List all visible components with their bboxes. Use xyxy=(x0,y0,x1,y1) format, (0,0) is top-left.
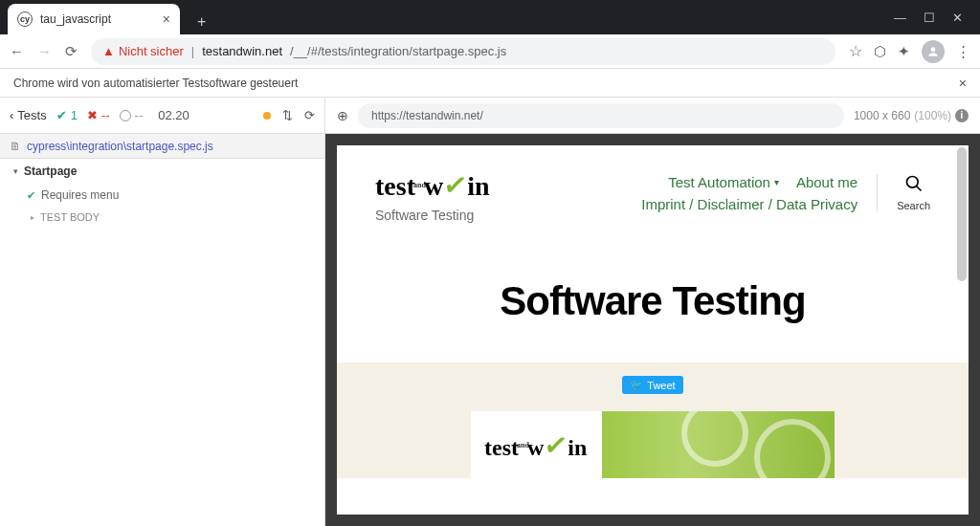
updown-arrows-icon[interactable]: ⇅ xyxy=(282,108,293,122)
tweet-button[interactable]: 🐦 Tweet xyxy=(622,376,682,394)
info-icon: i xyxy=(955,109,969,122)
tab-title: tau_javascript xyxy=(40,12,155,26)
svg-point-0 xyxy=(931,47,936,52)
reload-icon[interactable]: ⟳ xyxy=(65,43,78,60)
new-tab-button[interactable]: + xyxy=(189,10,213,34)
check-logo-icon: ✓ xyxy=(542,427,570,463)
aut-viewport: test and w ✓ in Software Testing T xyxy=(325,134,980,526)
test-title: Requires menu xyxy=(41,188,119,202)
toolbar-right: ☆ ⬡ ✦ ⋮ xyxy=(849,40,970,63)
gear-icon xyxy=(681,411,748,467)
viewport-info[interactable]: 1000 x 660 (100%) i xyxy=(854,109,969,122)
menu-icon[interactable]: ⋮ xyxy=(956,43,970,60)
omnibox[interactable]: ▲ Nicht sicher | testandwin.net/__/#/tes… xyxy=(91,38,835,65)
url-host: testandwin.net xyxy=(202,44,282,58)
search-label: Search xyxy=(897,200,930,211)
nav-row-2: Imprint / Disclaimer / Data Privacy xyxy=(641,196,858,212)
spec-file-path: cypress\integration\startpage.spec.js xyxy=(27,140,213,153)
warning-icon: ▲ xyxy=(102,44,115,58)
scrollbar[interactable] xyxy=(957,147,967,281)
selector-playground-icon[interactable]: ⊕ xyxy=(337,108,348,123)
banner-image: test and w ✓ in xyxy=(471,411,835,478)
close-window-icon[interactable]: ✕ xyxy=(952,11,963,25)
extensions-puzzle-icon[interactable]: ✦ xyxy=(898,43,910,60)
suite-title: Startpage xyxy=(24,164,77,178)
nav-test-automation[interactable]: Test Automation ▾ xyxy=(668,174,779,190)
infobar-text: Chrome wird von automatisierter Testsoft… xyxy=(13,77,298,90)
nav-about-me[interactable]: About me xyxy=(796,174,858,190)
nav-test-automation-label: Test Automation xyxy=(668,174,770,190)
minimize-icon[interactable]: — xyxy=(894,11,906,25)
site-branding: test and w ✓ in Software Testing xyxy=(375,168,489,223)
tab-strip: cy tau_javascript × + xyxy=(0,0,213,34)
logo-text-end: in xyxy=(467,171,489,202)
banner-logo-pre: test xyxy=(484,435,519,461)
not-secure-label: Nicht sicher xyxy=(119,44,184,58)
gear-icon xyxy=(754,419,831,478)
rerun-icon[interactable]: ⟳ xyxy=(304,108,315,122)
check-logo-icon: ✓ xyxy=(441,166,470,203)
hero-title: Software Testing xyxy=(337,278,969,324)
hero-section: Software Testing xyxy=(337,230,969,362)
automation-infobar: Chrome wird von automatisierter Testsoft… xyxy=(0,69,980,98)
spec-file-bar[interactable]: 🗎 cypress\integration\startpage.spec.js xyxy=(0,134,324,159)
nav-privacy[interactable]: Imprint / Disclaimer / Data Privacy xyxy=(641,196,858,212)
check-icon: ✔ xyxy=(56,108,67,122)
twitter-icon: 🐦 xyxy=(630,379,643,391)
url-path: /__/#/tests/integration/startpage.spec.j… xyxy=(290,44,506,58)
security-indicator[interactable]: ▲ Nicht sicher xyxy=(102,44,184,58)
site-search[interactable]: Search xyxy=(877,174,930,211)
tab-favicon-icon: cy xyxy=(17,11,33,27)
circle-icon xyxy=(120,110,131,121)
aut-url-bar[interactable]: https://testandwin.net/ xyxy=(358,103,844,128)
window-controls: — ☐ ✕ xyxy=(877,11,980,25)
site-tagline: Software Testing xyxy=(375,208,489,223)
site-logo[interactable]: test and w ✓ in xyxy=(375,168,489,202)
pending-count-value: -- xyxy=(135,108,144,122)
aut-iframe: test and w ✓ in Software Testing T xyxy=(337,145,969,515)
search-icon xyxy=(904,174,924,198)
browser-tab[interactable]: cy tau_javascript × xyxy=(8,4,180,34)
window-titlebar: cy tau_javascript × + — ☐ ✕ xyxy=(0,0,980,34)
back-icon[interactable]: ← xyxy=(10,43,24,59)
tweet-label: Tweet xyxy=(647,380,675,391)
check-icon: ✔ xyxy=(27,189,35,202)
aut-panel: ⊕ https://testandwin.net/ 1000 x 660 (10… xyxy=(325,98,980,526)
status-dot-icon xyxy=(263,112,271,120)
extension-icon[interactable]: ⬡ xyxy=(874,43,886,60)
suite-row[interactable]: ▾ Startpage xyxy=(0,159,324,184)
maximize-icon[interactable]: ☐ xyxy=(924,11,935,25)
fail-count-value: -- xyxy=(101,108,110,122)
test-body-row[interactable]: ▸ TEST BODY xyxy=(0,207,324,228)
test-body-label: TEST BODY xyxy=(40,211,100,223)
banner-logo-end: in xyxy=(568,435,587,461)
fail-count: ✖ -- xyxy=(87,108,110,122)
file-icon: 🗎 xyxy=(10,140,21,153)
test-row[interactable]: ✔ Requires menu xyxy=(0,184,324,207)
duration: 02.20 xyxy=(158,108,189,122)
pass-count: ✔ 1 xyxy=(56,108,78,122)
profile-avatar-icon[interactable] xyxy=(922,40,945,63)
forward-icon[interactable]: → xyxy=(37,43,52,59)
bookmark-icon[interactable]: ☆ xyxy=(849,42,862,60)
pending-count: -- xyxy=(120,108,144,122)
aut-header: ⊕ https://testandwin.net/ 1000 x 660 (10… xyxy=(325,98,980,134)
url-separator: | xyxy=(191,44,194,58)
tests-back-button[interactable]: ‹ Tests xyxy=(10,108,47,122)
browser-toolbar: ← → ⟳ ▲ Nicht sicher | testandwin.net/__… xyxy=(0,34,980,69)
cypress-panel: ‹ Tests ✔ 1 ✖ -- -- 02.20 xyxy=(0,98,325,526)
close-icon[interactable]: × xyxy=(163,11,170,27)
nav-row-1: Test Automation ▾ About me xyxy=(668,174,858,190)
pass-count-value: 1 xyxy=(71,108,78,122)
cypress-header-controls: ⇅ ⟳ xyxy=(263,108,315,122)
infobar-close-icon[interactable]: × xyxy=(959,76,967,91)
svg-point-1 xyxy=(906,177,918,188)
cypress-header: ‹ Tests ✔ 1 ✖ -- -- 02.20 xyxy=(0,98,324,134)
viewport-dimensions: 1000 x 660 xyxy=(854,109,910,122)
test-stats: ✔ 1 ✖ -- -- 02.20 xyxy=(56,108,189,122)
app-body: ‹ Tests ✔ 1 ✖ -- -- 02.20 xyxy=(0,98,980,526)
chevron-down-icon: ▾ xyxy=(774,177,779,187)
x-icon: ✖ xyxy=(87,108,98,122)
banner-logo: test and w ✓ in xyxy=(484,428,587,462)
content-section: 🐦 Tweet test and w ✓ in xyxy=(337,362,969,478)
